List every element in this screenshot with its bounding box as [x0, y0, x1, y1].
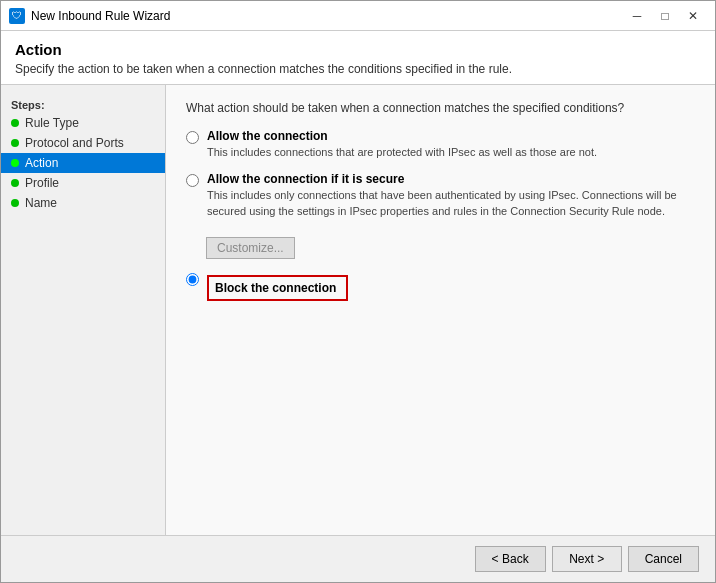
- main-content: What action should be taken when a conne…: [166, 85, 715, 535]
- option-allow-label: Allow the connection: [207, 129, 597, 143]
- sidebar-item-label-profile: Profile: [25, 176, 59, 190]
- step-dot-rule-type: [11, 119, 19, 127]
- step-dot-action: [11, 159, 19, 167]
- option-block-label: Block the connection: [215, 281, 336, 295]
- sidebar-item-label-name: Name: [25, 196, 57, 210]
- option-block: Block the connection: [186, 271, 695, 301]
- sidebar-item-label-protocol: Protocol and Ports: [25, 136, 124, 150]
- content-area: Steps: Rule Type Protocol and Ports Acti…: [1, 85, 715, 535]
- footer: < Back Next > Cancel: [1, 535, 715, 582]
- sidebar-item-action[interactable]: Action: [1, 153, 165, 173]
- option-allow-secure-desc: This includes only connections that have…: [207, 188, 695, 219]
- radio-allow[interactable]: [186, 131, 199, 144]
- option-allow-secure-label: Allow the connection if it is secure: [207, 172, 695, 186]
- option-allow-secure-text: Allow the connection if it is secure Thi…: [207, 172, 695, 219]
- customize-button[interactable]: Customize...: [206, 237, 295, 259]
- header-subtitle: Specify the action to be taken when a co…: [15, 62, 701, 76]
- question-text: What action should be taken when a conne…: [186, 101, 695, 115]
- sidebar-item-rule-type[interactable]: Rule Type: [1, 113, 165, 133]
- radio-block[interactable]: [186, 273, 199, 286]
- steps-label: Steps:: [1, 95, 165, 113]
- radio-allow-secure[interactable]: [186, 174, 199, 187]
- title-bar: 🛡 New Inbound Rule Wizard ─ □ ✕: [1, 1, 715, 31]
- next-button[interactable]: Next >: [552, 546, 622, 572]
- customize-btn-wrapper: Customize...: [186, 231, 695, 271]
- sidebar-item-protocol-ports[interactable]: Protocol and Ports: [1, 133, 165, 153]
- block-option-highlight: Block the connection: [207, 275, 348, 301]
- maximize-button[interactable]: □: [651, 2, 679, 30]
- option-allow-desc: This includes connections that are prote…: [207, 145, 597, 160]
- wizard-window: 🛡 New Inbound Rule Wizard ─ □ ✕ Action S…: [0, 0, 716, 583]
- window-icon: 🛡: [9, 8, 25, 24]
- back-button[interactable]: < Back: [475, 546, 546, 572]
- step-dot-profile: [11, 179, 19, 187]
- option-allow-text: Allow the connection This includes conne…: [207, 129, 597, 160]
- cancel-button[interactable]: Cancel: [628, 546, 699, 572]
- sidebar-item-label-action: Action: [25, 156, 58, 170]
- sidebar-item-label-rule-type: Rule Type: [25, 116, 79, 130]
- header-title: Action: [15, 41, 701, 58]
- step-dot-name: [11, 199, 19, 207]
- sidebar-item-profile[interactable]: Profile: [1, 173, 165, 193]
- close-button[interactable]: ✕: [679, 2, 707, 30]
- sidebar-item-name[interactable]: Name: [1, 193, 165, 213]
- header-section: Action Specify the action to be taken wh…: [1, 31, 715, 85]
- sidebar: Steps: Rule Type Protocol and Ports Acti…: [1, 85, 166, 535]
- step-dot-protocol: [11, 139, 19, 147]
- window-controls: ─ □ ✕: [623, 2, 707, 30]
- option-allow-secure: Allow the connection if it is secure Thi…: [186, 172, 695, 219]
- option-allow: Allow the connection This includes conne…: [186, 129, 695, 160]
- minimize-button[interactable]: ─: [623, 2, 651, 30]
- window-title: New Inbound Rule Wizard: [31, 9, 623, 23]
